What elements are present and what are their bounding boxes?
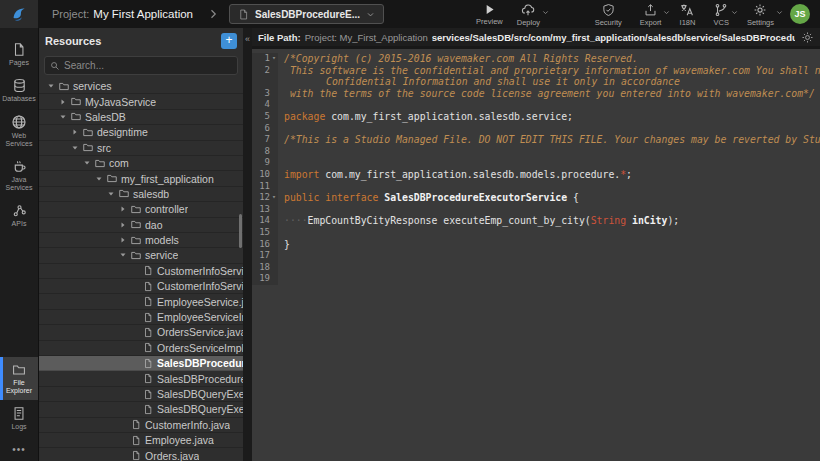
- tree-item-com[interactable]: com: [39, 156, 243, 171]
- editor-line-19[interactable]: 19: [252, 273, 820, 285]
- chevron-down-icon[interactable]: [776, 9, 783, 16]
- fold-toggle-icon[interactable]: ▾: [270, 53, 278, 65]
- tree-item-service[interactable]: service: [39, 248, 243, 263]
- sidebar-item-databases[interactable]: Databases: [0, 72, 38, 108]
- caret-down-icon[interactable]: [117, 251, 128, 259]
- tree-item-models[interactable]: models: [39, 233, 243, 248]
- caret-right-icon[interactable]: [57, 98, 68, 106]
- preview-button[interactable]: Preview: [476, 1, 503, 26]
- fold-toggle-icon[interactable]: ▾: [270, 192, 278, 204]
- chevron-down-icon[interactable]: [731, 9, 738, 16]
- editor-line-wrap[interactable]: Confidential Information and shall use i…: [252, 76, 820, 88]
- tree-item-salesdbprocedureexecutorservice-java[interactable]: SalesDBProcedureExecutorService.java: [39, 356, 243, 371]
- caret-down-icon[interactable]: [45, 82, 56, 90]
- open-file-selector[interactable]: SalesDBProcedureE...: [229, 4, 384, 24]
- tree-item-src[interactable]: src: [39, 141, 243, 156]
- sidebar-item-apis[interactable]: APIs: [0, 197, 38, 233]
- file-icon: [140, 327, 155, 338]
- editor-line-15[interactable]: 15: [252, 227, 820, 239]
- tree-item-salesdbqueryexecutorserviceimpl-java[interactable]: SalesDBQueryExecutorServiceImpl.java: [39, 402, 243, 417]
- editor-line-16[interactable]: 16 }: [252, 239, 820, 251]
- tree-item-controller[interactable]: controller: [39, 202, 243, 217]
- collapse-panel-button[interactable]: «: [243, 32, 252, 46]
- play-icon: [483, 3, 496, 16]
- tree-item-services[interactable]: services: [39, 79, 243, 94]
- editor-line-14[interactable]: 14 ····EmpCountByCityResponse executeEmp…: [252, 215, 820, 227]
- tree-item-designtime[interactable]: designtime: [39, 125, 243, 140]
- add-resource-button[interactable]: +: [221, 33, 237, 49]
- tree-item-salesdbprocedureexecutorserviceimpl-java[interactable]: SalesDBProcedureExecutorServiceImpl.java: [39, 371, 243, 386]
- tree-item-employee-java[interactable]: Employee.java: [39, 433, 243, 448]
- breadcrumb: Project: My First Application: [52, 8, 193, 20]
- export-button[interactable]: Export: [640, 1, 662, 27]
- editor-settings-gear-icon[interactable]: [801, 31, 814, 44]
- settings-button[interactable]: Settings: [747, 1, 774, 27]
- sidebar-item-java-services[interactable]: Java Services: [0, 153, 38, 197]
- sidebar-item-pages[interactable]: Pages: [0, 36, 38, 72]
- editor-line-3[interactable]: 3 with the terms of the source code lice…: [252, 88, 820, 100]
- tree-item-customerinfoserviceimpl-java[interactable]: CustomerInfoServiceImpl.java: [39, 279, 243, 294]
- tree-item-ordersserviceimpl-java[interactable]: OrdersServiceImpl.java: [39, 341, 243, 356]
- project-name: My First Application: [93, 8, 193, 20]
- caret-right-icon[interactable]: [69, 128, 80, 136]
- wavemaker-studio-window: Project: My First Application SalesDBPro…: [0, 0, 820, 461]
- vcs-button[interactable]: VCS: [713, 1, 728, 27]
- line-number-gutter: 8: [252, 146, 278, 158]
- editor-line-5[interactable]: 5 package com.my_first_application.sales…: [252, 111, 820, 123]
- tree-item-myjavaservice[interactable]: MyJavaService: [39, 94, 243, 109]
- tree-item-customerinfoservice-java[interactable]: CustomerInfoService.java: [39, 264, 243, 279]
- tree-item-orders-java[interactable]: Orders.java: [39, 448, 243, 461]
- tree-item-dao[interactable]: dao: [39, 218, 243, 233]
- user-avatar[interactable]: JS: [790, 4, 810, 24]
- editor-line-17[interactable]: 17: [252, 250, 820, 262]
- chevron-down-icon[interactable]: [542, 9, 549, 16]
- wavemaker-logo[interactable]: [0, 0, 38, 28]
- file-path-value: services/SalesDB/src/com/my_first_applic…: [432, 32, 795, 43]
- code-editor[interactable]: 1▾ /*Copyright (c) 2015-2016 wavemaker.c…: [252, 49, 820, 461]
- tree-item-customerinfo-java[interactable]: CustomerInfo.java: [39, 418, 243, 433]
- editor-line-6[interactable]: 6: [252, 123, 820, 135]
- tree-item-my-first-application[interactable]: my_first_application: [39, 171, 243, 186]
- resources-panel: Resources + services MyJavaService Sales…: [38, 28, 243, 461]
- caret-down-icon[interactable]: [93, 175, 104, 183]
- tree-item-salesdb[interactable]: salesdb: [39, 187, 243, 202]
- tree-scrollbar[interactable]: [239, 214, 242, 248]
- caret-right-icon[interactable]: [117, 205, 128, 213]
- editor-line-9[interactable]: 9: [252, 157, 820, 169]
- tree-item-employeeserviceimpl-java[interactable]: EmployeeServiceImpl.java: [39, 310, 243, 325]
- line-number-gutter: 12▾: [252, 192, 278, 204]
- caret-down-icon[interactable]: [69, 144, 80, 152]
- line-number-gutter: 9: [252, 157, 278, 169]
- caret-down-icon[interactable]: [81, 159, 92, 167]
- caret-down-icon[interactable]: [105, 190, 116, 198]
- tree-item-employeeservice-java[interactable]: EmployeeService.java: [39, 294, 243, 309]
- editor-line-4[interactable]: 4: [252, 99, 820, 111]
- security-button[interactable]: Security: [595, 1, 622, 27]
- editor-line-18[interactable]: 18: [252, 262, 820, 274]
- editor-line-1[interactable]: 1▾ /*Copyright (c) 2015-2016 wavemaker.c…: [252, 53, 820, 65]
- caret-right-icon[interactable]: [117, 221, 128, 229]
- chevron-down-icon[interactable]: [663, 9, 670, 16]
- editor-line-12[interactable]: 12▾ public interface SalesDBProcedureExe…: [252, 192, 820, 204]
- editor-line-7[interactable]: 7 /*This is a Studio Managed File. DO NO…: [252, 134, 820, 146]
- search-input[interactable]: [64, 60, 232, 71]
- wavemaker-logo-icon: [10, 5, 28, 23]
- tree-item-salesdbqueryexecutorservice-java[interactable]: SalesDBQueryExecutorService.java: [39, 387, 243, 402]
- editor-line-10[interactable]: 10 import com.my_first_application.sales…: [252, 169, 820, 181]
- editor-line-13[interactable]: 13: [252, 204, 820, 216]
- i18n-button[interactable]: I18N: [679, 1, 695, 27]
- caret-right-icon[interactable]: [117, 236, 128, 244]
- folder-icon: [104, 173, 119, 184]
- sidebar-more-button[interactable]: •••: [0, 436, 38, 461]
- tree-item-salesdb[interactable]: SalesDB: [39, 110, 243, 125]
- deploy-button[interactable]: Deploy: [517, 1, 540, 27]
- editor-line-11[interactable]: 11: [252, 181, 820, 193]
- sidebar-item-web-services[interactable]: Web Services: [0, 108, 38, 153]
- editor-line-2[interactable]: 2 This software is the confidential and …: [252, 65, 820, 77]
- file-icon: [140, 358, 155, 369]
- tree-item-ordersservice-java[interactable]: OrdersService.java: [39, 325, 243, 340]
- editor-line-8[interactable]: 8: [252, 146, 820, 158]
- sidebar-item-file-explorer[interactable]: File Explorer: [0, 357, 38, 400]
- caret-down-icon[interactable]: [57, 113, 68, 121]
- sidebar-item-logs[interactable]: Logs: [0, 400, 38, 436]
